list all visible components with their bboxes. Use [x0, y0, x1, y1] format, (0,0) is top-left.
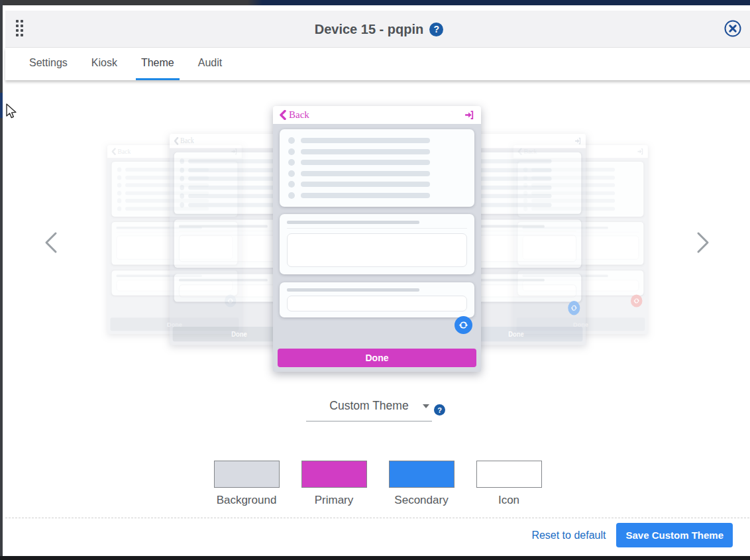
- swatch-icon-color[interactable]: [476, 461, 542, 488]
- mock-back-button: Back: [174, 137, 194, 146]
- phone-mockup: Back: [273, 106, 481, 372]
- mock-textarea-card: [280, 214, 474, 274]
- swatch-background-color[interactable]: [214, 461, 280, 488]
- swatch-secondary[interactable]: Secondary: [389, 461, 455, 507]
- mock-back-label: Back: [289, 109, 309, 121]
- mock-back-button: Back: [111, 148, 131, 156]
- reset-to-default-link[interactable]: Reset to default: [531, 530, 606, 541]
- theme-select[interactable]: Custom Theme: [306, 399, 432, 421]
- swatch-primary[interactable]: Primary: [301, 461, 367, 507]
- theme-select-help-icon[interactable]: ?: [434, 404, 445, 416]
- mock-back-label: Back: [118, 148, 131, 156]
- theme-select-value: Custom Theme: [329, 399, 408, 412]
- swatch-secondary-label: Secondary: [394, 494, 448, 507]
- swatch-primary-label: Primary: [315, 494, 354, 507]
- tab-audit[interactable]: Audit: [193, 48, 227, 80]
- mock-input-card: [280, 282, 474, 317]
- mock-navbar: Back: [273, 106, 481, 124]
- page-bottom-strip: [0, 556, 750, 560]
- swatch-icon[interactable]: Icon: [476, 461, 542, 507]
- tab-bar: Settings Kiosk Theme Audit: [5, 48, 750, 80]
- modal-footer: Reset to default Save Custom Theme: [5, 518, 750, 552]
- title-help-icon[interactable]: ?: [429, 23, 443, 36]
- swatch-primary-color[interactable]: [301, 461, 367, 488]
- back-chevron-icon: [111, 148, 117, 155]
- mock-list-card: [280, 129, 474, 207]
- swatch-secondary-color[interactable]: [389, 461, 455, 488]
- close-icon[interactable]: [723, 19, 742, 38]
- swatch-row: Background Primary Secondary Icon: [3, 461, 750, 507]
- page-top-strip: [0, 0, 750, 5]
- device-theme-modal: Device 15 - pqpin ? Settings Kiosk Theme…: [3, 5, 750, 556]
- sign-in-icon: [464, 109, 475, 121]
- mouse-cursor: [5, 103, 19, 122]
- back-chevron-icon: [174, 137, 179, 145]
- sign-in-icon: [574, 137, 582, 146]
- theme-preview-active: Back: [273, 106, 481, 372]
- tab-settings[interactable]: Settings: [24, 48, 73, 80]
- tab-kiosk[interactable]: Kiosk: [86, 48, 123, 80]
- mock-screen: [273, 124, 481, 341]
- save-custom-theme-button[interactable]: Save Custom Theme: [616, 523, 733, 547]
- swatch-icon-label: Icon: [498, 494, 519, 507]
- refresh-icon: [455, 316, 472, 334]
- refresh-icon: [568, 301, 580, 315]
- carousel-prev-icon[interactable]: [40, 229, 62, 256]
- caret-down-icon: [423, 404, 429, 408]
- tab-theme[interactable]: Theme: [136, 48, 180, 80]
- mock-done-button: Done: [278, 349, 476, 367]
- page-title: Device 15 - pqpin: [315, 22, 424, 37]
- modal-header: Device 15 - pqpin ?: [5, 11, 750, 48]
- swatch-background[interactable]: Background: [214, 461, 280, 507]
- mock-back-label: Back: [180, 137, 194, 146]
- mock-back-button: Back: [279, 109, 309, 121]
- back-chevron-icon: [279, 110, 287, 120]
- swatch-background-label: Background: [217, 494, 277, 507]
